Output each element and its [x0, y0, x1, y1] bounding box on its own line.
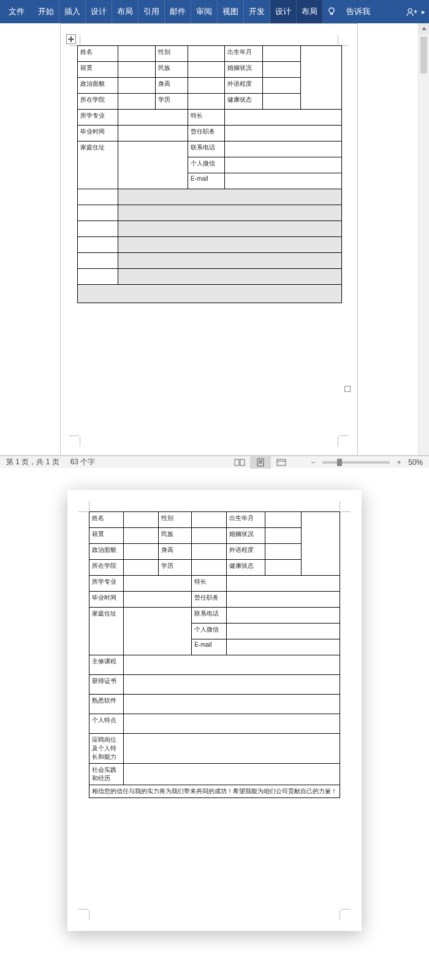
tab-table-layout[interactable]: 布局	[297, 0, 323, 23]
label-position: 曾任职务	[188, 126, 225, 141]
section-header[interactable]	[78, 269, 118, 285]
cell[interactable]	[118, 126, 188, 141]
svg-point-1	[408, 9, 412, 12]
crop-mark	[78, 501, 89, 512]
cell	[192, 512, 226, 528]
section-body[interactable]	[118, 253, 342, 269]
table-resize-handle-icon[interactable]	[344, 386, 351, 392]
tab-references[interactable]: 引用	[139, 0, 165, 23]
cell[interactable]	[225, 141, 342, 157]
label-ethnic: 民族	[158, 528, 191, 544]
cell[interactable]	[225, 110, 342, 126]
label-gender: 性别	[155, 46, 188, 62]
document-edit-area[interactable]: 姓名 性别 出生年月 籍贯 民族 婚姻状况 政治面貌 身高 外语程度 所在学院 …	[0, 23, 429, 456]
cell	[226, 592, 340, 608]
tab-file[interactable]: 文件	[0, 0, 33, 23]
word-count[interactable]: 63 个字	[70, 457, 96, 467]
lightbulb-icon[interactable]	[323, 0, 340, 23]
label-email: E-mail	[192, 639, 226, 655]
page-indicator[interactable]: 第 1 页，共 1 页	[6, 457, 59, 467]
section-courses: 主修课程	[89, 655, 124, 675]
cell[interactable]	[188, 46, 225, 62]
crop-mark	[340, 501, 351, 512]
cell[interactable]	[188, 78, 225, 94]
label-dob: 出生年月	[225, 46, 263, 62]
view-web-layout[interactable]	[271, 456, 292, 469]
resume-table-preview: 姓名 性别 出生年月 籍贯 民族 婚姻状况 政治面貌 身高 外语程度 所在学院 …	[89, 511, 340, 798]
tab-developer[interactable]: 开发	[244, 0, 270, 23]
tab-table-design[interactable]: 设计	[270, 0, 297, 23]
table-move-handle-icon[interactable]	[66, 34, 76, 44]
chevron-right-icon[interactable]: ▸	[422, 8, 425, 16]
preview-area: 姓名 性别 出生年月 籍贯 民族 婚姻状况 政治面貌 身高 外语程度 所在学院 …	[0, 468, 429, 968]
tab-review[interactable]: 审阅	[191, 0, 218, 23]
cell[interactable]	[188, 94, 225, 110]
cell[interactable]	[118, 110, 188, 126]
cell[interactable]	[225, 173, 342, 189]
crop-mark	[338, 35, 349, 46]
cell	[124, 608, 192, 655]
section-header[interactable]	[78, 189, 118, 205]
tab-layout[interactable]: 布局	[112, 0, 139, 23]
cell[interactable]	[263, 46, 301, 62]
tab-mailings[interactable]: 邮件	[165, 0, 191, 23]
scroll-up-button[interactable]	[419, 23, 429, 34]
section-body[interactable]	[118, 221, 342, 237]
label-gradtime: 毕业时间	[89, 592, 124, 608]
label-gender: 性别	[158, 512, 191, 528]
zoom-in-button[interactable]: +	[395, 458, 403, 467]
label-phone: 联系电话	[188, 141, 225, 157]
cell[interactable]	[263, 78, 301, 94]
section-body[interactable]	[118, 269, 342, 285]
section-header[interactable]	[78, 221, 118, 237]
crop-mark	[78, 909, 89, 920]
cell[interactable]	[118, 141, 188, 189]
section-job: 应聘岗位及个人特长和能力	[89, 734, 124, 764]
cell[interactable]	[118, 94, 155, 110]
tab-insert[interactable]: 插入	[59, 0, 86, 23]
view-print-layout[interactable]	[250, 456, 271, 469]
tab-view[interactable]: 视图	[218, 0, 244, 23]
cell	[124, 675, 340, 695]
page-1[interactable]: 姓名 性别 出生年月 籍贯 民族 婚姻状况 政治面貌 身高 外语程度 所在学院 …	[60, 23, 358, 456]
scroll-thumb[interactable]	[420, 37, 427, 74]
zoom-slider[interactable]	[322, 461, 390, 464]
view-read-mode[interactable]	[229, 456, 250, 469]
section-header[interactable]	[78, 237, 118, 253]
zoom-percent[interactable]: 50%	[408, 458, 423, 467]
cell[interactable]	[118, 62, 155, 78]
closing-row[interactable]	[78, 285, 342, 303]
section-certs: 获得证书	[89, 675, 124, 695]
svg-rect-3	[240, 459, 245, 466]
cell[interactable]	[263, 94, 301, 110]
tab-home[interactable]: 开始	[33, 0, 59, 23]
zoom-slider-thumb[interactable]	[337, 459, 342, 466]
label-address: 家庭住址	[89, 608, 124, 655]
resume-table[interactable]: 姓名 性别 出生年月 籍贯 民族 婚姻状况 政治面貌 身高 外语程度 所在学院 …	[77, 45, 342, 303]
section-body[interactable]	[118, 189, 342, 205]
cell	[265, 528, 301, 544]
zoom-out-button[interactable]: −	[309, 458, 317, 467]
label-specialty: 特长	[188, 110, 225, 126]
section-header[interactable]	[78, 205, 118, 221]
label-marital: 婚姻状况	[226, 528, 265, 544]
crop-mark	[340, 909, 351, 920]
section-header[interactable]	[78, 253, 118, 269]
cell	[124, 576, 192, 592]
cell[interactable]	[188, 62, 225, 78]
cell[interactable]	[118, 78, 155, 94]
section-body[interactable]	[118, 205, 342, 221]
vertical-scrollbar[interactable]	[418, 23, 429, 455]
section-body[interactable]	[118, 237, 342, 253]
cell[interactable]	[118, 46, 155, 62]
cell[interactable]	[225, 126, 342, 141]
cell[interactable]	[225, 157, 342, 173]
tab-design[interactable]: 设计	[86, 0, 112, 23]
photo-cell	[301, 512, 340, 576]
share-icon[interactable]	[406, 7, 418, 17]
ribbon: 文件 开始 插入 设计 布局 引用 邮件 审阅 视图 开发 设计 布局 告诉我 …	[0, 0, 429, 23]
cell	[265, 512, 301, 528]
photo-cell[interactable]	[301, 46, 342, 110]
cell[interactable]	[263, 62, 301, 78]
tell-me[interactable]: 告诉我	[340, 0, 376, 23]
